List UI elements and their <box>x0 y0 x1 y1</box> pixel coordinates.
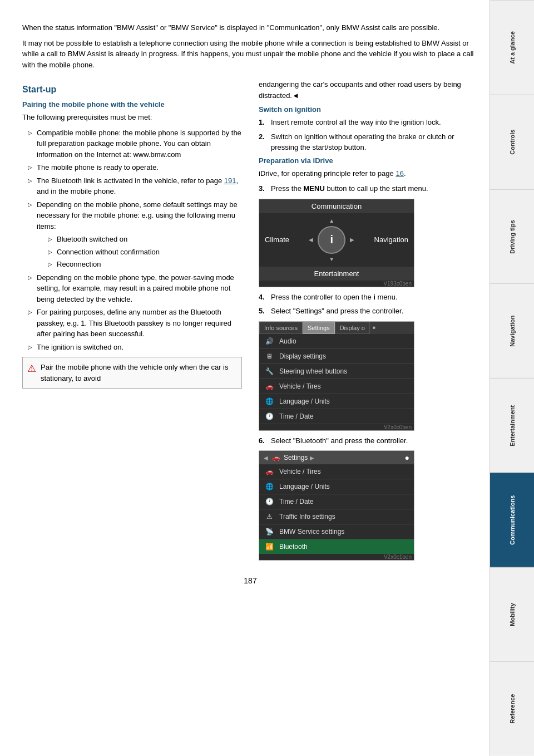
audio-icon: 🔊 <box>264 337 275 346</box>
warning-text: Pair the mobile phone with the vehicle o… <box>41 362 237 384</box>
menu-center-icon: i <box>318 226 345 254</box>
settings-row-display: 🖥 Display settings <box>259 349 414 364</box>
prereq-1: Compatible mobile phone: the mobile phon… <box>28 127 242 160</box>
page-ref-16: 16 <box>395 169 403 178</box>
prereq-3: The Bluetooth link is activated in the v… <box>28 175 242 197</box>
sidebar-tab-mobility[interactable]: Mobility <box>490 567 534 662</box>
settings2-title: Settings <box>284 454 308 462</box>
sub-menu-list: Bluetooth switched on Connection without… <box>37 234 242 270</box>
menu-image-caption: V193c0ben <box>259 281 414 287</box>
time-icon: 🕐 <box>264 412 275 421</box>
sidebar-tab-controls[interactable]: Controls <box>490 95 534 189</box>
prereq-5: Depending on the mobile phone type, the … <box>28 272 242 305</box>
settings-image-caption: V2x0c0ben <box>259 424 414 430</box>
prerequisites-list: Compatible mobile phone: the mobile phon… <box>22 127 242 353</box>
idrive-intro: iDrive, for operating principle refer to… <box>259 168 478 179</box>
ignition-step-1: 1. Insert remote control all the way int… <box>259 117 478 128</box>
tab-info-sources: Info sources <box>259 322 303 334</box>
settings2-row-language: 🌐 Language / Units <box>259 479 414 494</box>
warning-box: ⚠ Pair the mobile phone with the vehicle… <box>22 357 242 389</box>
display-icon: 🖥 <box>264 352 275 361</box>
settings-screen-image: Info sources Settings Display o ● 🔊 Audi… <box>259 321 414 431</box>
settings-tab-row: Info sources Settings Display o ● <box>259 322 414 334</box>
idrive-step-6: 6. Select "Bluetooth" and press the cont… <box>259 435 478 446</box>
sub-menu-2: Connection without confirmation <box>48 247 242 258</box>
settings2-row-traffic: ⚠ Traffic Info settings <box>259 509 414 524</box>
page-number: 187 <box>22 576 478 585</box>
top-paragraph-2: It may not be possible to establish a te… <box>22 38 478 71</box>
tab-display: Display o <box>335 322 370 334</box>
sidebar-tab-communications[interactable]: Communications <box>490 473 534 567</box>
menu-screen-image: Communication Climate ▲ ◀ i ▶ ▼ N <box>259 199 414 287</box>
settings-row-time: 🕐 Time / Date <box>259 409 414 424</box>
settings2-row-bluetooth: 📶 Bluetooth <box>259 539 414 554</box>
sub-menu-3: Reconnection <box>48 259 242 270</box>
s2-traffic-label: Traffic Info settings <box>279 513 335 521</box>
menu-navigation-label: Navigation <box>374 235 408 244</box>
idrive-step-5: 5. Select "Settings" and press the contr… <box>259 306 478 317</box>
audio-label: Audio <box>279 337 296 345</box>
idrive-step-4: 4. Press the controller to open the i me… <box>259 292 478 303</box>
menu-bottom-label: Entertainment <box>259 267 414 281</box>
steering-icon: 🔧 <box>264 367 275 376</box>
settings2-icon: 🚗 <box>270 453 281 462</box>
prereq-2: The mobile phone is ready to operate. <box>28 162 242 173</box>
settings2-row-time: 🕐 Time / Date <box>259 494 414 509</box>
s2-bmwservice-label: BMW Service settings <box>279 528 344 536</box>
s2-bluetooth-label: Bluetooth <box>279 543 308 551</box>
sidebar-tab-navigation[interactable]: Navigation <box>490 283 534 378</box>
start-up-title: Start-up <box>22 85 242 95</box>
settings2-image-caption: V2x0c1ben <box>259 554 414 560</box>
sidebar-tab-at-a-glance[interactable]: At a glance <box>490 0 534 95</box>
prereq-4: Depending on the mobile phone, some defa… <box>28 199 242 270</box>
settings-row-steering: 🔧 Steering wheel buttons <box>259 364 414 379</box>
idrive-step-6-item: 6. Select "Bluetooth" and press the cont… <box>259 435 478 446</box>
menu-main-row: Climate ▲ ◀ i ▶ ▼ Navigation <box>259 213 414 267</box>
pairing-title: Pairing the mobile phone with the vehicl… <box>22 100 242 109</box>
idrive-step-3: 3. Press the MENU button to call up the … <box>259 183 478 194</box>
s2-vehicle-label: Vehicle / Tires <box>279 468 321 475</box>
prerequisites-intro: The following prerequisites must be met: <box>22 112 242 123</box>
switch-on-ignition-title: Switch on ignition <box>259 105 478 114</box>
settings2-screen-image: ◀ 🚗 Settings ▶ ● 🚗 Vehicle / Tires 🌐 L <box>259 450 414 561</box>
vehicle-label: Vehicle / Tires <box>279 382 321 390</box>
s2-language-label: Language / Units <box>279 483 330 490</box>
prereq-6: For pairing purposes, define any number … <box>28 307 242 340</box>
s2-language-icon: 🌐 <box>264 482 275 491</box>
ignition-step-2: 2. Switch on ignition without operating … <box>259 131 478 153</box>
page-ref-191: 191 <box>224 176 236 185</box>
idrive-steps: 3. Press the MENU button to call up the … <box>259 183 478 194</box>
settings2-dot: ● <box>405 453 409 462</box>
display-label: Display settings <box>279 352 326 360</box>
settings-row-vehicle: 🚗 Vehicle / Tires <box>259 379 414 394</box>
settings-row-audio: 🔊 Audio <box>259 334 414 349</box>
prereq-7: The ignition is switched on. <box>28 342 242 353</box>
warning-icon: ⚠ <box>27 362 36 375</box>
s2-time-label: Time / Date <box>279 498 314 505</box>
settings2-row-vehicle: 🚗 Vehicle / Tires <box>259 464 414 479</box>
preparation-via-idrive-title: Preparation via iDrive <box>259 156 478 165</box>
sidebar-tab-driving-tips[interactable]: Driving tips <box>490 189 534 284</box>
sidebar: At a glance Controls Driving tips Naviga… <box>490 0 534 756</box>
vehicle-icon: 🚗 <box>264 382 275 391</box>
s2-vehicle-icon: 🚗 <box>264 467 275 476</box>
menu-bold: MENU <box>304 184 325 193</box>
steering-label: Steering wheel buttons <box>279 367 347 375</box>
language-label: Language / Units <box>279 397 330 405</box>
s2-bluetooth-icon: 📶 <box>264 542 275 551</box>
s2-time-icon: 🕐 <box>264 497 275 506</box>
settings2-row-bmwservice: 📡 BMW Service settings <box>259 524 414 539</box>
sidebar-tab-entertainment[interactable]: Entertainment <box>490 378 534 473</box>
s2-bmwservice-icon: 📡 <box>264 527 275 536</box>
tab-dot: ● <box>370 322 378 334</box>
s2-traffic-icon: ⚠ <box>264 512 275 521</box>
settings2-header: ◀ 🚗 Settings ▶ ● <box>259 451 414 464</box>
language-icon: 🌐 <box>264 397 275 406</box>
i-bold: i <box>373 293 375 301</box>
warning-continued: endangering the car's occupants and othe… <box>259 79 478 101</box>
idrive-steps-4-5: 4. Press the controller to open the i me… <box>259 292 478 317</box>
time-label: Time / Date <box>279 413 314 420</box>
sub-menu-1: Bluetooth switched on <box>48 234 242 245</box>
tab-settings: Settings <box>303 322 335 334</box>
sidebar-tab-reference[interactable]: Reference <box>490 661 534 756</box>
